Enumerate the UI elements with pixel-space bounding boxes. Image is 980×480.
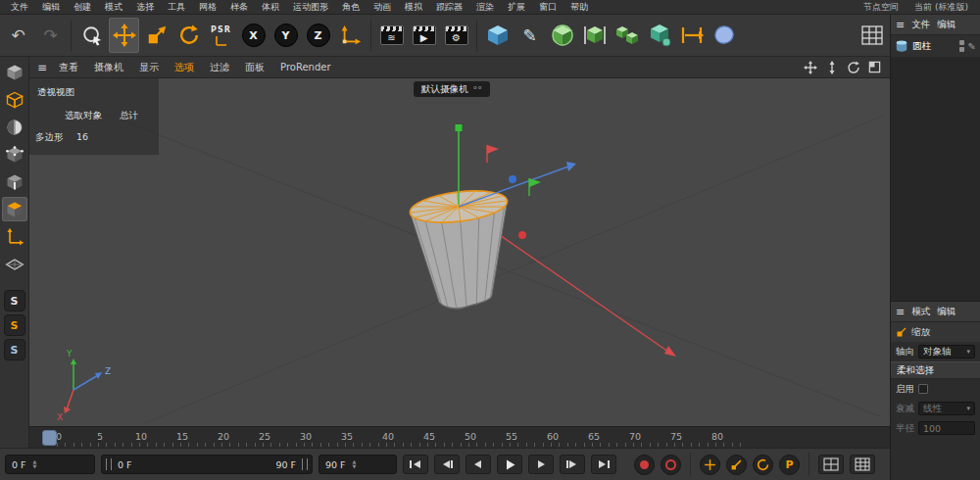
axis-option-dropdown[interactable]: 对象轴 ▾ [918,345,975,359]
object-axis-mode-button[interactable] [2,224,27,249]
rotate-tool-button[interactable] [173,18,204,53]
cloner-button[interactable] [612,18,642,53]
keyframe-scale-button[interactable] [726,455,747,475]
make-editable-button[interactable] [2,60,27,84]
record-keyframe-button[interactable] [634,455,655,475]
volume-builder-button[interactable] [709,18,739,53]
goto-start-button[interactable] [403,455,428,474]
view-label[interactable]: 透视视图 [37,86,74,99]
menu-create[interactable]: 创建 [67,0,98,15]
model-mode-button[interactable] [2,87,27,112]
add-primitive-button[interactable] [482,18,513,53]
viewport-dolly-icon[interactable] [825,61,839,74]
goto-end-button[interactable] [591,455,616,474]
render-to-picture-button[interactable]: ▶ [409,18,439,53]
keyframe-selection-button[interactable] [818,455,844,474]
undo-button[interactable]: ↶ [3,18,33,53]
viewport-orbit-icon[interactable] [847,61,860,74]
menu-render[interactable]: 渲染 [469,0,501,15]
edge-mode-button[interactable] [2,169,27,194]
menu-tracker[interactable]: 跟踪器 [429,0,469,15]
snap-modes-button[interactable]: S [4,314,25,336]
menu-edit[interactable]: 编辑 [35,0,67,15]
soft-selection-header[interactable]: 柔和选择 [891,361,980,379]
end-frame-field[interactable]: 90 F ▲▼ [318,455,397,474]
scale-tool-button[interactable] [141,18,172,53]
viewport-menu-icon[interactable]: ≡ [33,61,51,74]
vp-menu-filter[interactable]: 过滤 [202,61,237,74]
gizmo-plane-handles[interactable] [487,145,541,196]
subdivision-surface-button[interactable] [547,18,577,53]
live-selection-button[interactable] [76,18,107,53]
gizmo-z-axis[interactable] [459,167,568,207]
gizmo-x-handle[interactable] [518,231,526,239]
quantize-button[interactable]: S [4,339,25,360]
frame-stepper[interactable]: ▲▼ [26,459,37,470]
menu-help[interactable]: 帮助 [564,0,595,15]
menu-volume[interactable]: 体积 [255,0,286,15]
camera-label-pill[interactable]: 默认摄像机 °° [414,81,490,97]
vp-menu-options[interactable]: 选项 [167,61,202,74]
vp-menu-camera[interactable]: 摄像机 [86,61,131,74]
tab-edit2[interactable]: 编辑 [937,306,956,318]
current-frame-field[interactable]: 0 F ▲▼ [5,455,95,474]
object-visibility-dots[interactable] [959,40,964,52]
menu-tools[interactable]: 工具 [161,0,192,15]
keyframe-rotation-button[interactable] [753,455,773,475]
object-edit-icon[interactable]: ✎ [968,41,976,52]
vp-menu-panel[interactable]: 面板 [237,61,272,74]
prev-key-button[interactable] [434,455,460,474]
menu-file[interactable]: 文件 [4,0,35,15]
workplane-button[interactable] [2,252,27,276]
node-space-value[interactable]: 当前 (标准版) [914,1,968,14]
end-frame-stepper[interactable]: ▲▼ [346,459,357,470]
next-frame-button[interactable] [528,455,554,474]
radius-field[interactable]: 100 [918,421,975,435]
autokey-button[interactable] [661,455,681,475]
menu-mode[interactable]: 模式 [98,0,129,15]
move-tool-button[interactable] [109,18,139,53]
menu-window[interactable]: 窗口 [532,0,564,15]
instance-button[interactable] [579,18,610,53]
menu-mesh[interactable]: 网格 [192,0,223,15]
coordinate-system-button[interactable] [335,18,366,53]
render-settings-button[interactable]: ⚙ [441,18,471,53]
tab-mode[interactable]: 模式 [911,306,930,318]
vp-menu-prorender[interactable]: ProRender [272,62,338,72]
viewport-toggle-icon[interactable] [868,61,881,73]
object-manager-menu-icon[interactable]: ≡ [896,19,905,31]
menu-select[interactable]: 选择 [129,0,161,15]
point-mode-button[interactable] [2,142,27,167]
texture-mode-button[interactable] [2,115,27,139]
redo-button[interactable]: ↷ [35,18,66,53]
object-list-item-cylinder[interactable]: 圆柱 ✎ [891,35,980,57]
keyframe-parameter-button[interactable]: P [779,455,800,475]
tab-file[interactable]: 文件 [911,19,930,31]
snap-enable-button[interactable]: S [4,290,25,312]
field-button[interactable] [644,18,674,53]
timeline-ruler[interactable]: 0 5 10 15 20 25 30 35 40 45 50 55 60 65 … [29,426,890,448]
spline-pen-button[interactable]: ✎ [514,18,545,53]
vp-menu-view[interactable]: 查看 [51,61,86,74]
range-end-handle[interactable] [302,458,308,470]
range-start-handle[interactable] [106,458,112,470]
render-view-button[interactable]: ≋ [376,18,407,53]
content-browser-button[interactable] [857,18,887,53]
connect-button[interactable] [676,18,707,53]
next-key-button[interactable] [560,455,585,474]
preview-range-slider[interactable]: 0 F 90 F [101,455,313,474]
y-axis-lock-button[interactable]: Y [270,18,301,53]
menu-extensions[interactable]: 扩展 [501,0,532,15]
falloff-dropdown[interactable]: 线性 ▾ [918,402,975,415]
gizmo-z-handle[interactable] [509,175,516,183]
menu-simulate[interactable]: 模拟 [398,0,429,15]
viewport-canvas[interactable]: Y Z X 透视视图 选取对象 总计 多边形 16 默认摄像机 °° [29,78,890,426]
object-manager-empty-area[interactable] [891,57,980,302]
x-axis-lock-button[interactable]: X [238,18,269,53]
keyframe-position-button[interactable] [700,455,720,475]
psr-tool-button[interactable]: PSR [206,18,236,53]
enable-checkbox[interactable] [918,384,928,394]
tab-edit[interactable]: 编辑 [937,19,956,31]
pla-button[interactable] [850,455,875,474]
menu-character[interactable]: 角色 [335,0,367,15]
